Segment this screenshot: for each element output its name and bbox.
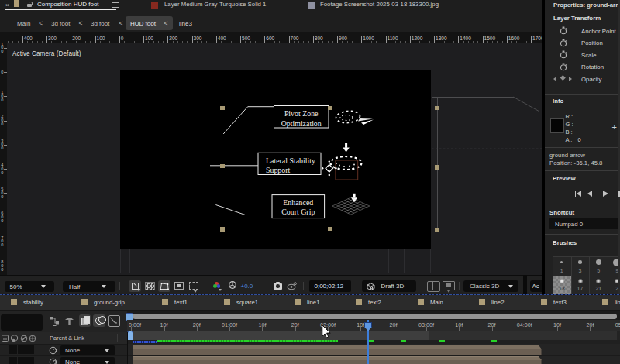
- svg-text:Optimization: Optimization: [281, 119, 322, 128]
- svg-text:Court Grip: Court Grip: [281, 208, 315, 216]
- svg-text:Pivot Zone: Pivot Zone: [284, 109, 319, 118]
- svg-text:Lateral Stability: Lateral Stability: [266, 156, 315, 165]
- svg-text:Support: Support: [266, 166, 291, 174]
- svg-text:Enhanced: Enhanced: [283, 198, 313, 207]
